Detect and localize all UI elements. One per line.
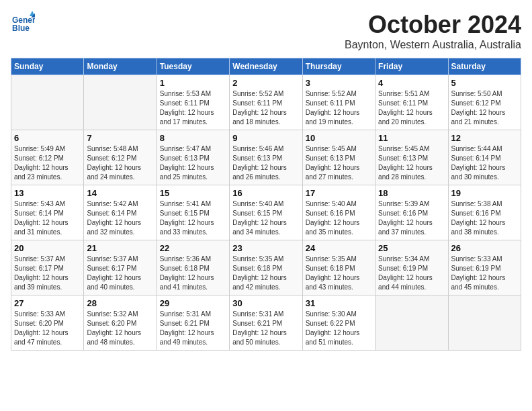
day-number: 7 — [87, 133, 153, 143]
day-number: 26 — [451, 243, 518, 253]
day-detail: Sunrise: 5:39 AMSunset: 6:16 PMDaylight:… — [378, 199, 445, 237]
day-detail: Sunrise: 5:33 AMSunset: 6:19 PMDaylight:… — [451, 255, 518, 292]
week-row-4: 20Sunrise: 5:37 AMSunset: 6:17 PMDayligh… — [11, 240, 521, 295]
calendar-cell: 22Sunrise: 5:36 AMSunset: 6:18 PMDayligh… — [157, 240, 229, 295]
day-number: 12 — [451, 133, 518, 143]
calendar-cell: 2Sunrise: 5:52 AMSunset: 6:11 PMDaylight… — [230, 75, 302, 130]
day-detail: Sunrise: 5:50 AMSunset: 6:12 PMDaylight:… — [451, 89, 518, 127]
calendar-body: 1Sunrise: 5:53 AMSunset: 6:11 PMDaylight… — [11, 75, 521, 351]
day-detail: Sunrise: 5:52 AMSunset: 6:11 PMDaylight:… — [306, 89, 372, 127]
day-detail: Sunrise: 5:35 AMSunset: 6:18 PMDaylight:… — [306, 255, 372, 292]
week-row-5: 27Sunrise: 5:33 AMSunset: 6:20 PMDayligh… — [11, 295, 521, 351]
calendar-cell: 5Sunrise: 5:50 AMSunset: 6:12 PMDaylight… — [448, 75, 521, 130]
day-number: 2 — [232, 78, 299, 88]
calendar-cell: 12Sunrise: 5:44 AMSunset: 6:14 PMDayligh… — [448, 130, 521, 185]
weekday-header-monday: Monday — [84, 58, 157, 75]
day-number: 13 — [14, 188, 81, 198]
day-detail: Sunrise: 5:40 AMSunset: 6:16 PMDaylight:… — [306, 199, 372, 237]
day-number: 24 — [306, 243, 372, 253]
day-number: 25 — [378, 243, 445, 253]
day-detail: Sunrise: 5:46 AMSunset: 6:13 PMDaylight:… — [232, 144, 299, 182]
calendar-cell: 28Sunrise: 5:32 AMSunset: 6:20 PMDayligh… — [84, 295, 157, 351]
day-detail: Sunrise: 5:34 AMSunset: 6:19 PMDaylight:… — [378, 255, 445, 292]
calendar-cell: 6Sunrise: 5:49 AMSunset: 6:12 PMDaylight… — [11, 130, 84, 185]
day-number: 18 — [378, 188, 445, 198]
day-detail: Sunrise: 5:31 AMSunset: 6:21 PMDaylight:… — [160, 310, 226, 347]
day-number: 15 — [160, 188, 226, 198]
day-detail: Sunrise: 5:33 AMSunset: 6:20 PMDaylight:… — [14, 310, 81, 347]
calendar-cell: 26Sunrise: 5:33 AMSunset: 6:19 PMDayligh… — [448, 240, 521, 295]
day-detail: Sunrise: 5:48 AMSunset: 6:12 PMDaylight:… — [87, 144, 153, 182]
calendar-cell: 19Sunrise: 5:38 AMSunset: 6:16 PMDayligh… — [448, 185, 521, 240]
calendar-cell: 15Sunrise: 5:41 AMSunset: 6:15 PMDayligh… — [157, 185, 229, 240]
calendar-cell — [448, 295, 521, 351]
day-number: 29 — [160, 298, 226, 308]
calendar-cell: 10Sunrise: 5:45 AMSunset: 6:13 PMDayligh… — [302, 130, 375, 185]
calendar-cell — [11, 75, 84, 130]
calendar-cell: 7Sunrise: 5:48 AMSunset: 6:12 PMDaylight… — [84, 130, 157, 185]
day-detail: Sunrise: 5:30 AMSunset: 6:22 PMDaylight:… — [306, 310, 372, 347]
calendar-cell: 8Sunrise: 5:47 AMSunset: 6:13 PMDaylight… — [157, 130, 229, 185]
calendar-cell: 16Sunrise: 5:40 AMSunset: 6:15 PMDayligh… — [230, 185, 302, 240]
calendar-cell: 27Sunrise: 5:33 AMSunset: 6:20 PMDayligh… — [11, 295, 84, 351]
calendar-cell: 3Sunrise: 5:52 AMSunset: 6:11 PMDaylight… — [302, 75, 375, 130]
day-detail: Sunrise: 5:31 AMSunset: 6:21 PMDaylight:… — [232, 310, 299, 347]
day-detail: Sunrise: 5:43 AMSunset: 6:14 PMDaylight:… — [14, 199, 81, 237]
calendar-cell — [84, 75, 157, 130]
day-number: 9 — [232, 133, 299, 143]
day-number: 10 — [306, 133, 372, 143]
calendar-cell: 23Sunrise: 5:35 AMSunset: 6:18 PMDayligh… — [230, 240, 302, 295]
day-number: 16 — [232, 188, 299, 198]
day-detail: Sunrise: 5:37 AMSunset: 6:17 PMDaylight:… — [87, 255, 153, 292]
logo-icon: General Blue — [11, 11, 35, 35]
location: Baynton, Western Australia, Australia — [345, 39, 521, 51]
day-detail: Sunrise: 5:36 AMSunset: 6:18 PMDaylight:… — [160, 255, 226, 292]
day-number: 31 — [306, 298, 372, 308]
day-number: 8 — [160, 133, 226, 143]
calendar-table: SundayMondayTuesdayWednesdayThursdayFrid… — [11, 58, 521, 351]
day-detail: Sunrise: 5:49 AMSunset: 6:12 PMDaylight:… — [14, 144, 81, 182]
day-number: 11 — [378, 133, 445, 143]
month-title: October 2024 — [345, 11, 521, 39]
day-number: 3 — [306, 78, 372, 88]
day-detail: Sunrise: 5:45 AMSunset: 6:13 PMDaylight:… — [378, 144, 445, 182]
day-number: 14 — [87, 188, 153, 198]
day-number: 1 — [160, 78, 226, 88]
day-detail: Sunrise: 5:47 AMSunset: 6:13 PMDaylight:… — [160, 144, 226, 182]
day-detail: Sunrise: 5:52 AMSunset: 6:11 PMDaylight:… — [232, 89, 299, 127]
calendar-cell: 24Sunrise: 5:35 AMSunset: 6:18 PMDayligh… — [302, 240, 375, 295]
day-number: 30 — [232, 298, 299, 308]
calendar-cell: 4Sunrise: 5:51 AMSunset: 6:11 PMDaylight… — [375, 75, 448, 130]
day-number: 27 — [14, 298, 81, 308]
day-number: 4 — [378, 78, 445, 88]
calendar-cell: 31Sunrise: 5:30 AMSunset: 6:22 PMDayligh… — [302, 295, 375, 351]
calendar-cell: 1Sunrise: 5:53 AMSunset: 6:11 PMDaylight… — [157, 75, 229, 130]
weekday-header-row: SundayMondayTuesdayWednesdayThursdayFrid… — [11, 58, 521, 75]
title-block: October 2024 Baynton, Western Australia,… — [345, 11, 521, 51]
calendar-cell: 17Sunrise: 5:40 AMSunset: 6:16 PMDayligh… — [302, 185, 375, 240]
calendar-cell: 18Sunrise: 5:39 AMSunset: 6:16 PMDayligh… — [375, 185, 448, 240]
week-row-2: 6Sunrise: 5:49 AMSunset: 6:12 PMDaylight… — [11, 130, 521, 185]
calendar-cell: 20Sunrise: 5:37 AMSunset: 6:17 PMDayligh… — [11, 240, 84, 295]
day-number: 28 — [87, 298, 153, 308]
day-detail: Sunrise: 5:35 AMSunset: 6:18 PMDaylight:… — [232, 255, 299, 292]
day-detail: Sunrise: 5:53 AMSunset: 6:11 PMDaylight:… — [160, 89, 226, 127]
week-row-3: 13Sunrise: 5:43 AMSunset: 6:14 PMDayligh… — [11, 185, 521, 240]
day-number: 21 — [87, 243, 153, 253]
calendar-cell: 11Sunrise: 5:45 AMSunset: 6:13 PMDayligh… — [375, 130, 448, 185]
weekday-header-saturday: Saturday — [448, 58, 521, 75]
weekday-header-wednesday: Wednesday — [230, 58, 302, 75]
calendar-cell: 13Sunrise: 5:43 AMSunset: 6:14 PMDayligh… — [11, 185, 84, 240]
weekday-header-friday: Friday — [375, 58, 448, 75]
day-detail: Sunrise: 5:45 AMSunset: 6:13 PMDaylight:… — [306, 144, 372, 182]
calendar-cell: 9Sunrise: 5:46 AMSunset: 6:13 PMDaylight… — [230, 130, 302, 185]
calendar-cell: 14Sunrise: 5:42 AMSunset: 6:14 PMDayligh… — [84, 185, 157, 240]
page-header: General Blue October 2024 Baynton, Weste… — [11, 11, 521, 51]
weekday-header-thursday: Thursday — [302, 58, 375, 75]
day-number: 22 — [160, 243, 226, 253]
svg-text:Blue: Blue — [12, 24, 30, 33]
day-number: 19 — [451, 188, 518, 198]
calendar-cell — [375, 295, 448, 351]
calendar-cell: 21Sunrise: 5:37 AMSunset: 6:17 PMDayligh… — [84, 240, 157, 295]
calendar-cell: 30Sunrise: 5:31 AMSunset: 6:21 PMDayligh… — [230, 295, 302, 351]
